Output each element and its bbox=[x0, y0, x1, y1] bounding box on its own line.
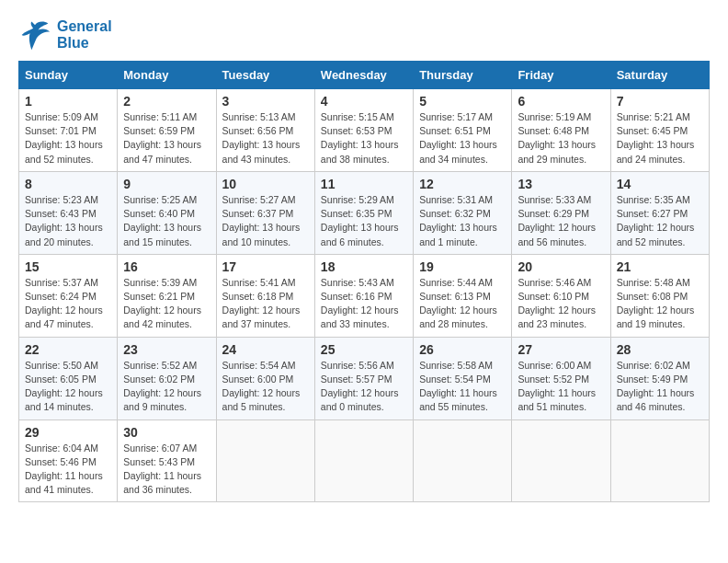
day-cell-21: 21 Sunrise: 5:48 AM Sunset: 6:08 PM Dayl… bbox=[610, 254, 709, 337]
day-cell-27: 27 Sunrise: 6:00 AM Sunset: 5:52 PM Dayl… bbox=[512, 337, 610, 419]
logo-icon bbox=[18, 18, 51, 52]
day-number: 17 bbox=[222, 259, 309, 274]
day-info: Sunrise: 5:58 AM Sunset: 5:54 PM Dayligh… bbox=[419, 359, 506, 415]
day-number: 21 bbox=[617, 259, 703, 274]
day-info: Sunrise: 5:15 AM Sunset: 6:53 PM Dayligh… bbox=[321, 110, 407, 167]
day-cell-30: 30 Sunrise: 6:07 AM Sunset: 5:43 PM Dayl… bbox=[118, 419, 216, 502]
day-number: 30 bbox=[123, 425, 210, 440]
logo-text: General Blue bbox=[57, 18, 112, 52]
day-number: 25 bbox=[321, 342, 407, 357]
week-row-1: 1 Sunrise: 5:09 AM Sunset: 7:01 PM Dayli… bbox=[19, 89, 710, 172]
day-number: 26 bbox=[419, 342, 506, 357]
day-info: Sunrise: 5:27 AM Sunset: 6:37 PM Dayligh… bbox=[222, 193, 309, 249]
day-number: 12 bbox=[419, 177, 506, 191]
empty-cell bbox=[216, 419, 314, 502]
weekday-header-thursday: Thursday bbox=[414, 62, 512, 89]
empty-cell bbox=[610, 419, 709, 502]
day-cell-10: 10 Sunrise: 5:27 AM Sunset: 6:37 PM Dayl… bbox=[216, 171, 314, 254]
header-row: SundayMondayTuesdayWednesdayThursdayFrid… bbox=[19, 62, 710, 89]
day-info: Sunrise: 5:37 AM Sunset: 6:24 PM Dayligh… bbox=[25, 276, 111, 332]
day-info: Sunrise: 5:41 AM Sunset: 6:18 PM Dayligh… bbox=[222, 276, 309, 332]
day-info: Sunrise: 5:13 AM Sunset: 6:56 PM Dayligh… bbox=[222, 110, 309, 167]
day-info: Sunrise: 5:54 AM Sunset: 6:00 PM Dayligh… bbox=[222, 359, 309, 415]
day-cell-12: 12 Sunrise: 5:31 AM Sunset: 6:32 PM Dayl… bbox=[414, 171, 512, 254]
day-cell-28: 28 Sunrise: 6:02 AM Sunset: 5:49 PM Dayl… bbox=[610, 337, 709, 419]
day-cell-14: 14 Sunrise: 5:35 AM Sunset: 6:27 PM Dayl… bbox=[610, 171, 709, 254]
day-number: 22 bbox=[25, 342, 111, 357]
day-info: Sunrise: 5:09 AM Sunset: 7:01 PM Dayligh… bbox=[25, 110, 111, 167]
day-number: 18 bbox=[321, 259, 407, 274]
day-number: 2 bbox=[123, 94, 210, 109]
day-cell-23: 23 Sunrise: 5:52 AM Sunset: 6:02 PM Dayl… bbox=[118, 337, 216, 419]
day-number: 4 bbox=[321, 94, 407, 109]
day-info: Sunrise: 5:52 AM Sunset: 6:02 PM Dayligh… bbox=[123, 359, 210, 415]
day-cell-13: 13 Sunrise: 5:33 AM Sunset: 6:29 PM Dayl… bbox=[512, 171, 610, 254]
day-info: Sunrise: 5:33 AM Sunset: 6:29 PM Dayligh… bbox=[518, 193, 604, 249]
day-number: 11 bbox=[321, 177, 407, 191]
day-info: Sunrise: 5:31 AM Sunset: 6:32 PM Dayligh… bbox=[419, 193, 506, 249]
day-cell-6: 6 Sunrise: 5:19 AM Sunset: 6:48 PM Dayli… bbox=[512, 89, 610, 172]
day-info: Sunrise: 5:17 AM Sunset: 6:51 PM Dayligh… bbox=[419, 110, 506, 167]
day-cell-9: 9 Sunrise: 5:25 AM Sunset: 6:40 PM Dayli… bbox=[118, 171, 216, 254]
day-cell-22: 22 Sunrise: 5:50 AM Sunset: 6:05 PM Dayl… bbox=[19, 337, 118, 419]
day-number: 27 bbox=[518, 342, 604, 357]
weekday-header-friday: Friday bbox=[512, 62, 610, 89]
day-info: Sunrise: 5:19 AM Sunset: 6:48 PM Dayligh… bbox=[518, 110, 604, 167]
weekday-header-saturday: Saturday bbox=[610, 62, 709, 89]
day-cell-2: 2 Sunrise: 5:11 AM Sunset: 6:59 PM Dayli… bbox=[118, 89, 216, 172]
day-number: 15 bbox=[25, 259, 111, 274]
day-cell-8: 8 Sunrise: 5:23 AM Sunset: 6:43 PM Dayli… bbox=[19, 171, 118, 254]
weekday-header-wednesday: Wednesday bbox=[314, 62, 413, 89]
day-info: Sunrise: 5:39 AM Sunset: 6:21 PM Dayligh… bbox=[123, 276, 210, 332]
day-number: 23 bbox=[123, 342, 210, 357]
day-info: Sunrise: 6:00 AM Sunset: 5:52 PM Dayligh… bbox=[518, 359, 604, 415]
day-cell-25: 25 Sunrise: 5:56 AM Sunset: 5:57 PM Dayl… bbox=[314, 337, 413, 419]
day-info: Sunrise: 5:29 AM Sunset: 6:35 PM Dayligh… bbox=[321, 193, 407, 249]
day-cell-1: 1 Sunrise: 5:09 AM Sunset: 7:01 PM Dayli… bbox=[19, 89, 118, 172]
day-cell-19: 19 Sunrise: 5:44 AM Sunset: 6:13 PM Dayl… bbox=[414, 254, 512, 337]
day-number: 24 bbox=[222, 342, 309, 357]
day-number: 29 bbox=[25, 425, 111, 440]
day-number: 7 bbox=[617, 94, 703, 109]
weekday-header-sunday: Sunday bbox=[19, 62, 118, 89]
day-cell-15: 15 Sunrise: 5:37 AM Sunset: 6:24 PM Dayl… bbox=[19, 254, 118, 337]
day-number: 19 bbox=[419, 259, 506, 274]
calendar-table: SundayMondayTuesdayWednesdayThursdayFrid… bbox=[18, 61, 710, 502]
day-number: 20 bbox=[518, 259, 604, 274]
day-info: Sunrise: 6:02 AM Sunset: 5:49 PM Dayligh… bbox=[617, 359, 703, 415]
day-cell-26: 26 Sunrise: 5:58 AM Sunset: 5:54 PM Dayl… bbox=[414, 337, 512, 419]
day-number: 14 bbox=[617, 177, 703, 191]
day-number: 13 bbox=[518, 177, 604, 191]
empty-cell bbox=[314, 419, 413, 502]
day-cell-20: 20 Sunrise: 5:46 AM Sunset: 6:10 PM Dayl… bbox=[512, 254, 610, 337]
day-cell-7: 7 Sunrise: 5:21 AM Sunset: 6:45 PM Dayli… bbox=[610, 89, 709, 172]
day-cell-4: 4 Sunrise: 5:15 AM Sunset: 6:53 PM Dayli… bbox=[314, 89, 413, 172]
day-info: Sunrise: 5:43 AM Sunset: 6:16 PM Dayligh… bbox=[321, 276, 407, 332]
day-info: Sunrise: 6:07 AM Sunset: 5:43 PM Dayligh… bbox=[123, 442, 210, 498]
weekday-header-monday: Monday bbox=[118, 62, 216, 89]
day-number: 10 bbox=[222, 177, 309, 191]
day-number: 3 bbox=[222, 94, 309, 109]
day-info: Sunrise: 5:48 AM Sunset: 6:08 PM Dayligh… bbox=[617, 276, 703, 332]
day-number: 1 bbox=[25, 94, 111, 109]
day-cell-3: 3 Sunrise: 5:13 AM Sunset: 6:56 PM Dayli… bbox=[216, 89, 314, 172]
day-info: Sunrise: 5:50 AM Sunset: 6:05 PM Dayligh… bbox=[25, 359, 111, 415]
day-info: Sunrise: 5:25 AM Sunset: 6:40 PM Dayligh… bbox=[123, 193, 210, 249]
day-number: 16 bbox=[123, 259, 210, 274]
day-number: 6 bbox=[518, 94, 604, 109]
day-info: Sunrise: 5:35 AM Sunset: 6:27 PM Dayligh… bbox=[617, 193, 703, 249]
day-info: Sunrise: 5:23 AM Sunset: 6:43 PM Dayligh… bbox=[25, 193, 111, 249]
page-header: General Blue bbox=[18, 18, 710, 52]
empty-cell bbox=[512, 419, 610, 502]
day-number: 28 bbox=[617, 342, 703, 357]
day-cell-5: 5 Sunrise: 5:17 AM Sunset: 6:51 PM Dayli… bbox=[414, 89, 512, 172]
day-number: 9 bbox=[123, 177, 210, 191]
weekday-header-tuesday: Tuesday bbox=[216, 62, 314, 89]
day-cell-11: 11 Sunrise: 5:29 AM Sunset: 6:35 PM Dayl… bbox=[314, 171, 413, 254]
day-info: Sunrise: 5:11 AM Sunset: 6:59 PM Dayligh… bbox=[123, 110, 210, 167]
empty-cell bbox=[414, 419, 512, 502]
day-cell-18: 18 Sunrise: 5:43 AM Sunset: 6:16 PM Dayl… bbox=[314, 254, 413, 337]
day-number: 5 bbox=[419, 94, 506, 109]
week-row-5: 29 Sunrise: 6:04 AM Sunset: 5:46 PM Dayl… bbox=[19, 419, 710, 502]
week-row-4: 22 Sunrise: 5:50 AM Sunset: 6:05 PM Dayl… bbox=[19, 337, 710, 419]
